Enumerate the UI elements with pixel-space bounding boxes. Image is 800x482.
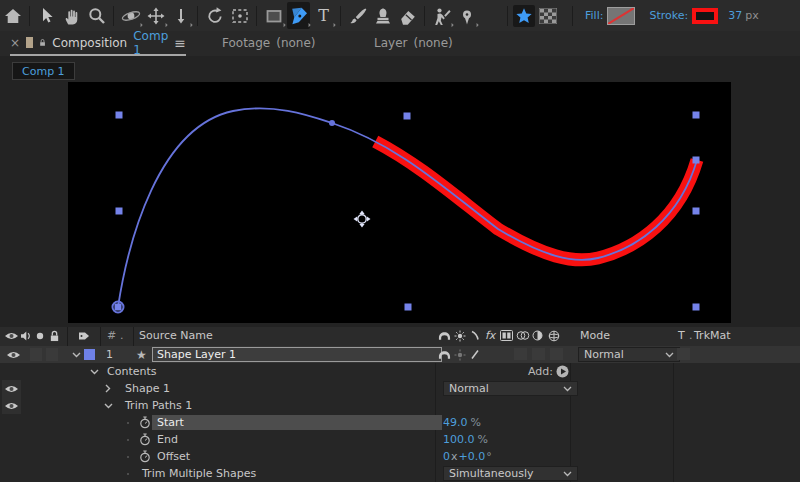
pan-camera-tool[interactable] bbox=[144, 2, 167, 29]
trim-paths-visibility-eye-icon[interactable] bbox=[2, 397, 21, 414]
start-value-number[interactable]: 49.0 bbox=[443, 416, 468, 429]
zoom-tool[interactable] bbox=[85, 2, 108, 29]
trkmat-column-header[interactable]: TrkMat bbox=[694, 327, 731, 344]
trim-paths-label[interactable]: Trim Paths 1 bbox=[125, 397, 192, 414]
type-tool[interactable]: T bbox=[312, 2, 335, 29]
composition-canvas[interactable] bbox=[68, 82, 731, 323]
start-property-name-cell[interactable]: Start bbox=[152, 415, 442, 430]
offset-degrees[interactable]: +0.0 bbox=[459, 450, 486, 463]
end-property-name[interactable]: End bbox=[157, 431, 178, 448]
offset-property-name[interactable]: Offset bbox=[157, 448, 190, 465]
stroke-label[interactable]: Stroke: bbox=[649, 9, 688, 22]
handle-top-left[interactable] bbox=[116, 112, 123, 119]
audio-cell[interactable] bbox=[30, 348, 42, 361]
path-end-vertex[interactable] bbox=[693, 157, 700, 164]
shape-1-row[interactable]: Shape 1 Normal bbox=[0, 380, 800, 397]
frame-blend-cell[interactable] bbox=[514, 348, 527, 360]
close-icon[interactable]: × bbox=[10, 36, 20, 50]
selection-tool[interactable] bbox=[35, 2, 58, 29]
mode-column-header[interactable]: Mode bbox=[580, 327, 610, 344]
path-vertex-dot[interactable] bbox=[329, 120, 335, 126]
composition-tab-label[interactable]: Composition bbox=[52, 36, 127, 50]
home-tool[interactable] bbox=[1, 2, 24, 29]
panel-menu-icon[interactable]: ≡ bbox=[174, 35, 186, 51]
lock-icon[interactable] bbox=[39, 36, 46, 49]
pen-tool[interactable] bbox=[287, 2, 310, 29]
fill-color-swatch[interactable] bbox=[607, 7, 635, 25]
add-shape-button[interactable] bbox=[556, 363, 569, 380]
pan-behind-anchor-point-tool[interactable] bbox=[228, 2, 251, 29]
add-label[interactable]: Add: bbox=[528, 363, 553, 380]
layer-collapse-switch[interactable] bbox=[454, 346, 466, 363]
layer-tab-label: Layer bbox=[374, 36, 407, 50]
contents-row[interactable]: Contents Add: bbox=[0, 363, 800, 380]
track-matte-cell[interactable] bbox=[677, 348, 690, 360]
layer-label-color-chip[interactable] bbox=[84, 346, 95, 363]
clone-stamp-tool[interactable] bbox=[371, 2, 394, 29]
hand-tool[interactable] bbox=[60, 2, 83, 29]
t-column-header[interactable]: T bbox=[678, 327, 685, 344]
adjustment-cell[interactable] bbox=[550, 348, 563, 360]
start-value[interactable]: 49.0 % bbox=[443, 414, 481, 431]
footage-panel-tab[interactable]: Footage (none) bbox=[222, 31, 316, 54]
divider bbox=[424, 6, 425, 26]
handle-top-mid[interactable] bbox=[404, 113, 411, 120]
handle-mid-left[interactable] bbox=[116, 208, 123, 215]
motion-blur-cell[interactable] bbox=[532, 348, 545, 360]
footage-tab-label: Footage bbox=[222, 36, 270, 50]
stroke-color-swatch[interactable] bbox=[692, 8, 718, 24]
tool-creates-mask-toggle[interactable] bbox=[537, 5, 559, 27]
shape-1-expand-chevron[interactable] bbox=[105, 380, 111, 397]
handle-top-right[interactable] bbox=[693, 112, 700, 119]
fill-label[interactable]: Fill: bbox=[585, 9, 603, 22]
start-stopwatch-icon[interactable] bbox=[139, 414, 151, 431]
layer-row-shape-layer-1[interactable]: 1 ★ Shape Layer 1 Normal bbox=[0, 346, 800, 363]
tool-creates-shape-toggle[interactable] bbox=[513, 5, 535, 27]
trim-multiple-shapes-dropdown[interactable]: Simultaneously bbox=[443, 466, 578, 481]
rotation-tool[interactable] bbox=[203, 2, 226, 29]
handle-bottom-left[interactable] bbox=[115, 304, 122, 311]
trim-paths-expand-chevron[interactable] bbox=[104, 397, 113, 414]
trim-multiple-shapes-row[interactable]: Trim Multiple Shapes Simultaneously bbox=[0, 465, 800, 482]
end-value-number[interactable]: 100.0 bbox=[443, 433, 475, 446]
rectangle-tool[interactable] bbox=[262, 2, 285, 29]
layer-panel-tab[interactable]: Layer (none) bbox=[374, 31, 453, 54]
shape-1-blend-mode-dropdown[interactable]: Normal bbox=[443, 381, 578, 396]
end-stopwatch-icon[interactable] bbox=[139, 431, 151, 448]
handle-bottom-mid[interactable] bbox=[405, 304, 412, 311]
end-property-row[interactable]: End 100.0 % bbox=[0, 431, 800, 448]
layer-shy-switch[interactable] bbox=[438, 346, 451, 363]
layer-visibility-eye-icon[interactable] bbox=[6, 346, 21, 363]
contents-label[interactable]: Contents bbox=[107, 363, 156, 380]
shape-1-visibility-eye-icon[interactable] bbox=[2, 380, 21, 397]
stroke-width-value[interactable]: 37 bbox=[728, 9, 742, 22]
puppet-pin-tool[interactable] bbox=[455, 2, 478, 29]
layer-name-field[interactable]: Shape Layer 1 bbox=[152, 347, 442, 362]
brush-tool[interactable] bbox=[346, 2, 369, 29]
composition-panel-tab[interactable]: × Composition Comp 1 ≡ bbox=[10, 31, 186, 56]
offset-revolutions[interactable]: 0 bbox=[443, 450, 450, 463]
dolly-camera-tool[interactable] bbox=[169, 2, 192, 29]
offset-property-row[interactable]: Offset 0 x +0.0 ° bbox=[0, 448, 800, 465]
offset-value[interactable]: 0 x +0.0 ° bbox=[443, 448, 492, 465]
solo-cell[interactable] bbox=[46, 348, 58, 361]
source-name-column-header[interactable]: Source Name bbox=[139, 327, 213, 344]
orbit-camera-tool[interactable] bbox=[119, 2, 142, 29]
layer-quality-switch[interactable] bbox=[470, 346, 480, 363]
start-property-row[interactable]: Start 49.0 % bbox=[0, 414, 800, 431]
handle-mid-right[interactable] bbox=[693, 208, 700, 215]
handle-bottom-right[interactable] bbox=[693, 304, 700, 311]
roto-brush-tool[interactable] bbox=[430, 2, 453, 29]
layer-expand-chevron[interactable] bbox=[72, 346, 81, 363]
shape-1-label[interactable]: Shape 1 bbox=[125, 380, 170, 397]
stroke-width-unit: px bbox=[745, 9, 759, 22]
composition-doc-name[interactable]: Comp 1 bbox=[133, 29, 168, 57]
end-value[interactable]: 100.0 % bbox=[443, 431, 488, 448]
comp-viewer-tab[interactable]: Comp 1 bbox=[12, 62, 75, 80]
home-icon bbox=[3, 6, 23, 26]
contents-expand-chevron[interactable] bbox=[90, 363, 99, 380]
eraser-tool[interactable] bbox=[396, 2, 419, 29]
trim-paths-1-row[interactable]: Trim Paths 1 bbox=[0, 397, 800, 414]
offset-stopwatch-icon[interactable] bbox=[139, 448, 151, 465]
blend-mode-dropdown[interactable]: Normal bbox=[578, 347, 680, 362]
